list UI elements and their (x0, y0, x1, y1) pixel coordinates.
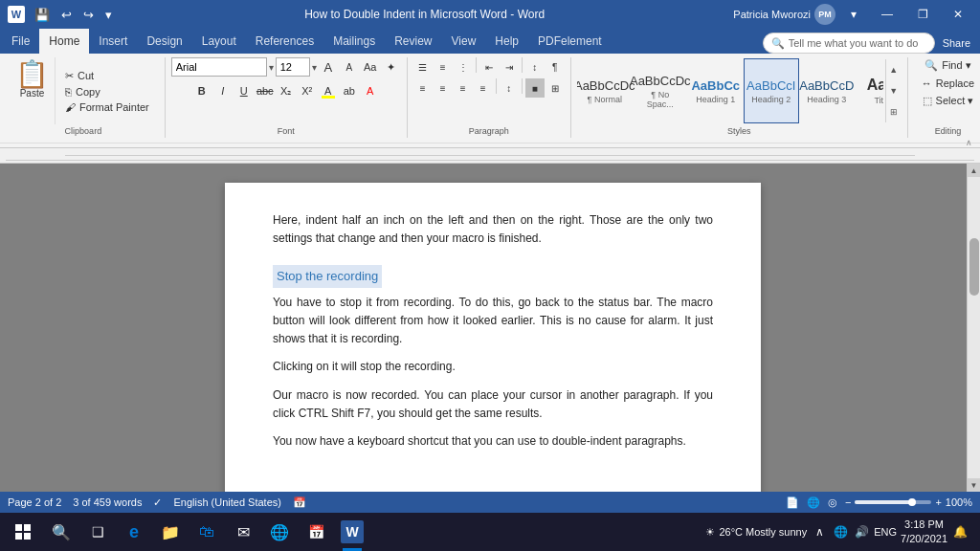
borders-button[interactable]: ⊞ (546, 78, 565, 98)
tab-help[interactable]: Help (485, 29, 528, 54)
zoom-in-button[interactable]: + (935, 496, 941, 508)
font-color-button[interactable]: A (361, 81, 380, 100)
tab-mailings[interactable]: Mailings (323, 29, 385, 54)
maximize-button[interactable]: ❐ (908, 0, 938, 29)
clock[interactable]: 3:18 PM 7/20/2021 (901, 518, 947, 547)
start-button[interactable] (4, 513, 42, 551)
tab-review[interactable]: Review (385, 29, 441, 54)
collapse-ribbon-button[interactable]: ∧ (966, 138, 980, 147)
scroll-up-button[interactable]: ▲ (968, 164, 981, 177)
weather-widget[interactable]: ☀ 26°C Mostly sunny (705, 526, 807, 539)
font-size-dropdown[interactable]: ▾ (312, 62, 317, 73)
user-info[interactable]: Patricia Mworozi PM (733, 4, 835, 25)
scrollbar-track[interactable] (969, 179, 979, 476)
replace-button[interactable]: ↔ Replace (914, 76, 980, 91)
justify-button[interactable]: ≡ (474, 78, 493, 98)
share-button[interactable]: Share (943, 37, 970, 49)
tell-me-input[interactable]: 🔍 Tell me what you want to do (763, 33, 935, 54)
decrease-indent-button[interactable]: ⇤ (479, 57, 499, 77)
vertical-scrollbar[interactable]: ▲ ▼ (967, 164, 980, 492)
view-focus-button[interactable]: ◎ (828, 496, 837, 509)
copy-button[interactable]: ⎘ Copy (61, 85, 153, 99)
cut-button[interactable]: ✂ Cut (61, 69, 153, 83)
numbered-list-button[interactable]: ≡ (434, 57, 453, 77)
tab-insert[interactable]: Insert (89, 29, 137, 54)
zoom-slider[interactable] (855, 500, 931, 504)
underline-button[interactable]: U (234, 81, 254, 100)
find-button[interactable]: 🔍 Find ▾ (917, 57, 978, 74)
close-button[interactable]: ✕ (944, 0, 972, 29)
tab-view[interactable]: View (442, 29, 486, 54)
taskbar-files[interactable]: 📁 (153, 513, 188, 551)
styles-scroll-up[interactable]: ▲ (886, 59, 902, 80)
superscript-button[interactable]: X² (298, 81, 317, 100)
customize-qa-button[interactable]: ▾ (101, 6, 116, 24)
bold-button[interactable]: B (192, 81, 212, 100)
scroll-down-button[interactable]: ▼ (968, 478, 981, 492)
subscript-button[interactable]: X₂ (277, 81, 296, 100)
taskbar-mail[interactable]: ✉ (226, 513, 260, 551)
sort-button[interactable]: ↕ (525, 57, 545, 77)
taskbar-chrome[interactable]: 🌐 (262, 513, 297, 551)
scrollbar-thumb[interactable] (969, 238, 979, 296)
show-marks-button[interactable]: ¶ (546, 57, 565, 77)
format-painter-button[interactable]: 🖌 Format Painter (61, 100, 153, 114)
font-name-dropdown[interactable]: ▾ (269, 62, 274, 73)
shading-button[interactable]: ■ (525, 78, 545, 98)
font-size-input[interactable] (276, 57, 310, 77)
highlight-color-button[interactable]: ab (340, 81, 359, 100)
multilevel-list-button[interactable]: ⋮ (454, 57, 473, 77)
language-indicator[interactable]: ENG (874, 526, 897, 538)
styles-expand[interactable]: ⊞ (886, 101, 902, 122)
user-avatar[interactable]: PM (814, 4, 835, 25)
taskbar-word[interactable]: W (335, 513, 369, 551)
change-case-button[interactable]: Aa (361, 57, 380, 77)
chevron-up-icon[interactable]: ∧ (811, 523, 828, 540)
align-left-button[interactable]: ≡ (413, 78, 433, 98)
document-scroll-area[interactable]: Here, indent half an inch on the left an… (19, 164, 967, 492)
align-right-button[interactable]: ≡ (454, 78, 473, 98)
tab-home[interactable]: Home (39, 29, 89, 54)
redo-button[interactable]: ↪ (79, 6, 98, 24)
tab-layout[interactable]: Layout (192, 29, 246, 54)
zoom-out-button[interactable]: − (845, 496, 851, 508)
decrease-font-button[interactable]: A (340, 57, 359, 77)
style-no-spacing[interactable]: AaBbCcDc ¶ No Spac... (633, 58, 688, 123)
taskbar-search[interactable]: 🔍 (44, 513, 78, 551)
tab-file[interactable]: File (2, 29, 39, 54)
bullets-button[interactable]: ☰ (413, 57, 433, 77)
style-heading1[interactable]: AaBbCc Heading 1 (688, 58, 744, 123)
font-name-input[interactable] (171, 57, 267, 77)
save-button[interactable]: 💾 (31, 6, 54, 24)
undo-button[interactable]: ↩ (57, 6, 76, 24)
select-button[interactable]: ⬚ Select ▾ (915, 93, 980, 109)
styles-scroll-down[interactable]: ▼ (886, 80, 902, 101)
align-center-button[interactable]: ≡ (434, 78, 453, 98)
tab-pdfelement[interactable]: PDFelement (528, 29, 612, 54)
paste-button[interactable]: 📋 Paste (10, 57, 56, 124)
volume-icon[interactable]: 🔊 (853, 523, 870, 540)
text-color-button[interactable]: A (319, 81, 338, 100)
taskbar-edge[interactable]: e (117, 513, 151, 551)
taskbar-store[interactable]: 🛍 (189, 513, 224, 551)
ribbon-display-button[interactable]: ▾ (841, 0, 866, 29)
clear-formatting-button[interactable]: ✦ (382, 57, 401, 77)
view-print-button[interactable]: 📄 (786, 496, 799, 509)
line-spacing-button[interactable]: ↕ (500, 78, 519, 98)
style-normal[interactable]: AaBbCcDc ¶ Normal (577, 58, 633, 123)
style-heading2[interactable]: AaBbCcI Heading 2 (744, 58, 799, 123)
view-web-button[interactable]: 🌐 (807, 496, 820, 509)
notification-icon[interactable]: 🔔 (951, 523, 969, 540)
tab-design[interactable]: Design (137, 29, 191, 54)
tab-references[interactable]: References (246, 29, 323, 54)
style-heading3[interactable]: AaBbCcD Heading 3 (799, 58, 855, 123)
italic-button[interactable]: I (213, 81, 233, 100)
strikethrough-button[interactable]: abc (256, 81, 275, 100)
minimize-button[interactable]: — (872, 0, 902, 29)
taskbar-calendar[interactable]: 📅 (299, 513, 333, 551)
taskbar-taskview[interactable]: ❑ (80, 513, 115, 551)
increase-font-button[interactable]: A (319, 57, 338, 77)
increase-indent-button[interactable]: ⇥ (500, 57, 519, 77)
network-icon[interactable]: 🌐 (832, 523, 849, 540)
style-title[interactable]: AaB Title (855, 58, 883, 123)
